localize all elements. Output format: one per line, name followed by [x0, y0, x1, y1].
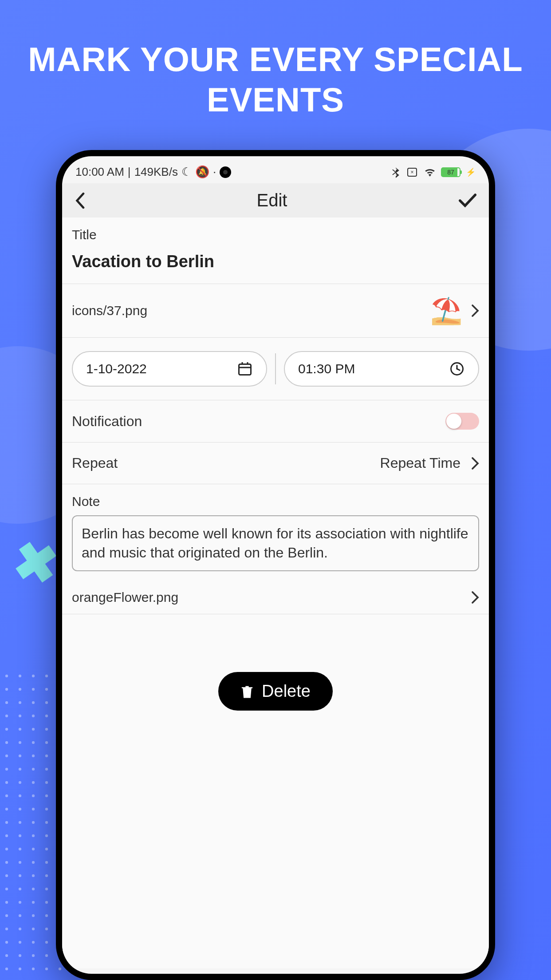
vertical-divider: [275, 353, 276, 384]
notification-label: Notification: [72, 413, 142, 430]
chevron-right-icon: [471, 591, 479, 604]
moon-icon: ☾: [181, 165, 192, 179]
date-value: 1-10-2022: [86, 361, 147, 376]
title-label: Title: [72, 227, 479, 242]
delete-button[interactable]: Delete: [218, 672, 333, 711]
repeat-value: Repeat Time: [380, 455, 460, 471]
delete-label: Delete: [262, 682, 311, 701]
title-input[interactable]: Vacation to Berlin: [72, 246, 479, 274]
icon-picker-row[interactable]: icons/37.png ⛱️: [62, 284, 489, 338]
battery-icon: 87: [441, 167, 460, 177]
trash-icon: [240, 684, 254, 699]
page-title: Edit: [257, 190, 287, 210]
status-left: 10:00 AM | 149KB/s ☾ 🔕 ·: [75, 165, 231, 179]
bg-decoration-x-icon: ✖: [8, 529, 63, 597]
vibrate-icon: ×: [405, 167, 419, 177]
nav-bar: Edit: [62, 183, 489, 217]
beach-umbrella-icon: ⛱️: [430, 296, 462, 326]
notification-row: Notification: [62, 400, 489, 443]
status-speed: 149KB/s: [134, 165, 178, 179]
status-time: 10:00 AM: [75, 165, 124, 179]
time-picker[interactable]: 01:30 PM: [284, 351, 479, 387]
phone-screen: 10:00 AM | 149KB/s ☾ 🔕 · × 87 ⚡: [62, 156, 489, 974]
clock-icon: [449, 361, 465, 377]
back-button[interactable]: [75, 192, 85, 209]
confirm-button[interactable]: [459, 194, 476, 208]
repeat-label: Repeat: [72, 455, 118, 471]
svg-rect-2: [239, 364, 251, 375]
wifi-icon: [424, 168, 436, 177]
calendar-icon: [237, 361, 253, 377]
note-section: Note Berlin has become well known for it…: [62, 484, 489, 581]
chevron-right-icon: [471, 304, 479, 317]
repeat-row[interactable]: Repeat Repeat Time: [62, 443, 489, 484]
charging-icon: ⚡: [466, 167, 476, 177]
note-label: Note: [72, 494, 479, 509]
date-picker[interactable]: 1-10-2022: [72, 351, 267, 387]
mute-icon: 🔕: [195, 165, 209, 179]
time-value: 01:30 PM: [298, 361, 355, 376]
status-bar: 10:00 AM | 149KB/s ☾ 🔕 · × 87 ⚡: [62, 156, 489, 183]
icon-path-label: icons/37.png: [72, 303, 147, 318]
status-right: × 87 ⚡: [391, 166, 476, 178]
title-section: Title Vacation to Berlin: [62, 217, 489, 284]
attachment-label: orangeFlower.png: [72, 590, 178, 605]
datetime-row: 1-10-2022 01:30 PM: [62, 338, 489, 400]
phone-frame: 10:00 AM | 149KB/s ☾ 🔕 · × 87 ⚡: [56, 150, 495, 980]
form-content: Title Vacation to Berlin icons/37.png ⛱️…: [62, 217, 489, 968]
svg-text:×: ×: [410, 169, 413, 175]
marketing-headline: MARK YOUR EVERY SPECIAL EVENTS: [0, 39, 551, 120]
attachment-row[interactable]: orangeFlower.png: [62, 581, 489, 614]
note-input[interactable]: Berlin has become well known for its ass…: [72, 515, 479, 571]
chevron-right-icon: [471, 457, 479, 470]
bluetooth-icon: [391, 166, 400, 178]
notification-toggle[interactable]: [445, 413, 479, 430]
svg-line-8: [457, 369, 460, 370]
camera-notch-icon: [220, 166, 231, 178]
